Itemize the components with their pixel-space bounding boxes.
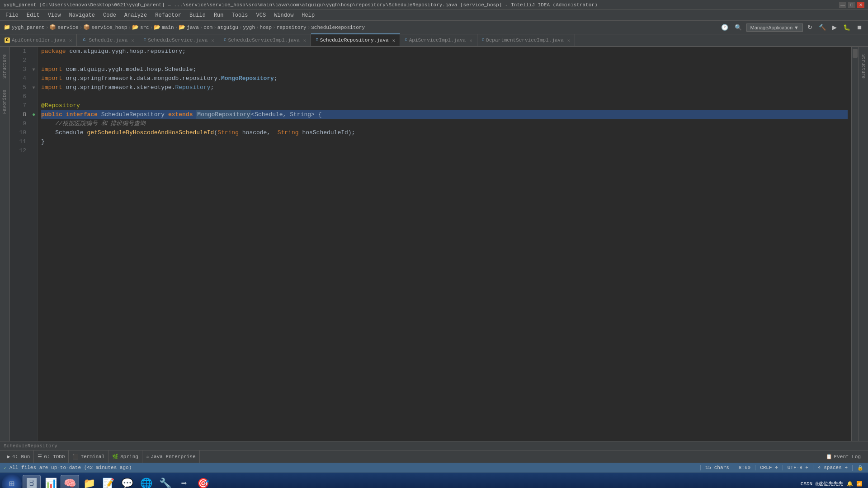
tab-label-schedulerepository: ScheduleRepository.java bbox=[320, 38, 389, 43]
stop-btn[interactable]: ⏹ bbox=[855, 23, 864, 32]
run-tool[interactable]: ▶ 4: Run bbox=[4, 450, 34, 463]
menu-help[interactable]: Help bbox=[298, 11, 318, 19]
taskbar-explorer-btn[interactable]: 📁 bbox=[80, 475, 98, 488]
taskbar-intellij-btn[interactable]: 🧠 bbox=[61, 475, 79, 488]
recent-files-btn[interactable]: 🕐 bbox=[719, 23, 730, 32]
line-num-7: 7 bbox=[10, 101, 26, 110]
search-btn[interactable]: 🔍 bbox=[733, 23, 744, 32]
nav-com[interactable]: com bbox=[203, 25, 212, 30]
menu-refactor[interactable]: Refactor bbox=[151, 11, 185, 19]
todo-tool[interactable]: ☰ 6: TODO bbox=[34, 450, 69, 463]
menu-edit[interactable]: Edit bbox=[23, 11, 43, 19]
tab-schedulerepository[interactable]: I ScheduleRepository.java ✕ bbox=[311, 33, 400, 46]
tab-departmentserviceimpl[interactable]: C DepartmentServiceImpl.java ✕ bbox=[477, 34, 576, 46]
taskbar-word-btn[interactable]: 📝 bbox=[99, 475, 117, 488]
fold-3[interactable]: ▼ bbox=[30, 65, 37, 74]
maximize-button[interactable]: □ bbox=[848, 2, 855, 8]
status-indent[interactable]: 4 spaces ÷ bbox=[813, 465, 852, 470]
nav-toolbar-right: 🕐 🔍 ManageApplication ▼ ↻ 🔨 ▶ 🐛 ⏹ bbox=[719, 23, 864, 32]
code-space-4 bbox=[193, 110, 197, 119]
nav-hosp[interactable]: hosp bbox=[260, 25, 272, 30]
menu-navigate[interactable]: Navigate bbox=[65, 11, 99, 19]
terminal-label: Terminal bbox=[80, 454, 104, 460]
nav-atguigu[interactable]: atguigu bbox=[217, 25, 238, 30]
run-icon: ▶ bbox=[7, 454, 10, 460]
event-log-label[interactable]: Event Log bbox=[834, 454, 861, 460]
taskbar-ie-btn[interactable]: 🌐 bbox=[137, 475, 155, 488]
nav-repository[interactable]: repository bbox=[277, 25, 307, 30]
menu-window[interactable]: Window bbox=[270, 11, 297, 19]
nav-yygh[interactable]: yygh bbox=[243, 25, 255, 30]
tab-scheduleserviceimpl[interactable]: C ScheduleServiceImpl.java ✕ bbox=[219, 34, 311, 46]
tab-apicontroller[interactable]: C ApiController.java ✕ bbox=[0, 34, 77, 46]
nav-src[interactable]: 📂 src bbox=[132, 24, 149, 31]
menu-vcs[interactable]: VCS bbox=[253, 11, 270, 19]
class-label-bar: ScheduleRepository bbox=[0, 441, 868, 450]
fold-8[interactable]: ● bbox=[30, 110, 37, 119]
menu-code[interactable]: Code bbox=[99, 11, 120, 19]
nav-yygh-parent[interactable]: 📁 yygh_parent bbox=[4, 24, 45, 31]
refresh-btn[interactable]: ↻ bbox=[806, 23, 814, 32]
menu-file[interactable]: File bbox=[2, 11, 22, 19]
taskbar-baidu-btn[interactable]: 🅱 bbox=[23, 475, 41, 488]
menu-analyze[interactable]: Analyze bbox=[121, 11, 151, 19]
line-num-8: 8 bbox=[10, 110, 26, 119]
tab-close-schedule[interactable]: ✕ bbox=[131, 38, 134, 43]
folder-icon-1: 📂 bbox=[132, 24, 139, 31]
tab-apiserviceimpl[interactable]: C ApiServiceImpl.java ✕ bbox=[400, 34, 477, 46]
debug-btn[interactable]: 🐛 bbox=[841, 23, 852, 32]
start-button[interactable]: ⊞ bbox=[2, 474, 22, 488]
taskbar-tool-btn[interactable]: 🔧 bbox=[156, 475, 174, 488]
keyword-interface: interface bbox=[66, 110, 98, 119]
menu-tools[interactable]: Tools bbox=[228, 11, 252, 19]
taskbar-chart-btn[interactable]: 📊 bbox=[42, 475, 60, 488]
status-line-sep[interactable]: CRLF ÷ bbox=[755, 465, 783, 470]
terminal-tool[interactable]: ⬛ Terminal bbox=[69, 450, 108, 463]
code-space-3 bbox=[165, 110, 168, 119]
menu-view[interactable]: View bbox=[44, 11, 65, 19]
run-btn2[interactable]: ▶ bbox=[830, 23, 839, 32]
breadcrumb-bar: 📁 yygh_parent › 📦 service › 📦 service_ho… bbox=[0, 21, 868, 34]
structure-panel-label[interactable]: Structure bbox=[1, 51, 8, 82]
tab-scheduleservice[interactable]: I ScheduleService.java ✕ bbox=[139, 34, 219, 46]
nav-schedule-repository[interactable]: ScheduleRepository bbox=[311, 25, 365, 30]
taskbar-arrow-btn[interactable]: ➡ bbox=[175, 475, 193, 488]
status-encoding[interactable]: UTF-8 ÷ bbox=[783, 465, 813, 470]
menu-build[interactable]: Build bbox=[186, 11, 209, 19]
spring-label: Spring bbox=[120, 454, 138, 460]
nav-service[interactable]: 📦 service bbox=[49, 24, 78, 31]
line-num-9: 9 bbox=[10, 119, 26, 128]
code-generic-open: < bbox=[251, 110, 255, 119]
tab-close-scheduleserviceimpl[interactable]: ✕ bbox=[303, 38, 307, 43]
nav-java[interactable]: 📂 java bbox=[179, 24, 198, 31]
fold-5[interactable]: ▼ bbox=[30, 83, 37, 92]
menu-run[interactable]: Run bbox=[210, 11, 227, 19]
code-editor[interactable]: package com.atguigu.yygh.hosp.repository… bbox=[38, 47, 851, 441]
taskbar-wechat-btn[interactable]: 💬 bbox=[118, 475, 136, 488]
status-position[interactable]: 8:60 bbox=[734, 465, 755, 470]
code-import-1: com.atguigu.yygh.model.hosp. bbox=[62, 65, 165, 74]
nav-service-hosp[interactable]: 📦 service_hosp bbox=[83, 24, 127, 31]
tab-close-departmentserviceimpl[interactable]: ✕ bbox=[567, 38, 571, 43]
java-enterprise-tool[interactable]: ☕ Java Enterprise bbox=[142, 450, 200, 463]
favorites-panel-label[interactable]: Favorites bbox=[1, 86, 8, 117]
tab-schedule[interactable]: C Schedule.java ✕ bbox=[77, 34, 139, 46]
editor-scrollbar[interactable] bbox=[851, 47, 858, 441]
nav-main[interactable]: 📂 main bbox=[154, 24, 174, 31]
tab-close-schedulerepository[interactable]: ✕ bbox=[392, 38, 396, 43]
tab-close-apiserviceimpl[interactable]: ✕ bbox=[469, 38, 472, 43]
minimize-button[interactable]: — bbox=[839, 2, 846, 8]
manage-application-btn[interactable]: ManageApplication ▼ bbox=[746, 23, 803, 32]
tab-close-scheduleservice[interactable]: ✕ bbox=[211, 38, 214, 43]
close-button[interactable]: ✕ bbox=[857, 2, 864, 8]
spring-tool[interactable]: 🌿 Spring bbox=[108, 450, 142, 463]
taskbar-time: 🔔 📶 bbox=[847, 481, 863, 487]
tab-close-apicontroller[interactable]: ✕ bbox=[69, 38, 72, 43]
code-annotation-name: R bbox=[45, 101, 48, 110]
taskbar-extra-btn[interactable]: 🎯 bbox=[194, 475, 212, 488]
structure-right-label[interactable]: Structure bbox=[860, 51, 867, 82]
scrollbar-thumb[interactable] bbox=[853, 49, 858, 58]
code-blank-6 bbox=[41, 92, 45, 101]
build-btn[interactable]: 🔨 bbox=[817, 23, 828, 32]
menu-bar: File Edit View Navigate Code Analyze Ref… bbox=[0, 10, 868, 21]
